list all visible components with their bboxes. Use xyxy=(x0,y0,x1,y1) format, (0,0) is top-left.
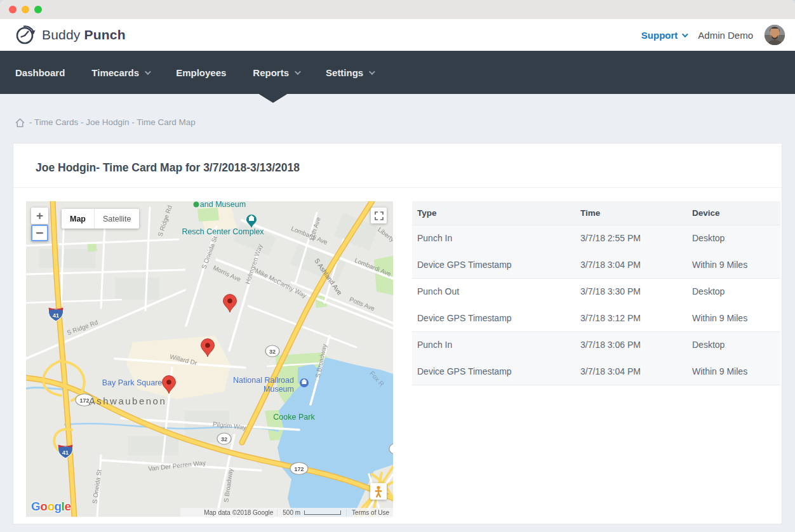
map-zoom-in-button[interactable]: + xyxy=(31,208,48,224)
cell-time: 3/7/18 3:12 PM xyxy=(575,305,687,331)
table-row: Device GPS Timestamp 3/7/18 3:04 PM With… xyxy=(412,251,780,278)
close-window-button[interactable] xyxy=(9,6,17,13)
svg-text:41: 41 xyxy=(62,449,69,456)
map-label: Cooke Park xyxy=(273,413,315,422)
breadcrumb-text: - Time Cards - Joe Hodgin - Time Card Ma… xyxy=(29,117,196,128)
map-fullscreen-button[interactable] xyxy=(371,208,387,223)
table-row: Punch In 3/7/18 2:55 PM Desktop xyxy=(412,225,780,251)
fullscreen-icon xyxy=(375,211,384,220)
map-data-attribution: Map data ©2018 Google xyxy=(200,509,277,516)
terms-of-use-link[interactable]: Terms of Use xyxy=(346,509,393,516)
cell-time: 3/7/18 3:04 PM xyxy=(575,358,687,385)
museum-poi-icon[interactable] xyxy=(300,378,309,387)
punch-table: Type Time Device Punch In 3/7/18 2:55 PM… xyxy=(412,201,780,385)
chevron-down-icon xyxy=(369,69,375,75)
column-header-type: Type xyxy=(412,201,575,225)
table-row: Device GPS Timestamp 3/7/18 3:12 PM With… xyxy=(412,305,780,331)
cell-type: Punch Out xyxy=(412,278,575,305)
route-32-shield: 32 xyxy=(217,433,231,444)
map-type-map-button[interactable]: Map xyxy=(62,209,94,229)
nav-label: Dashboard xyxy=(15,67,65,78)
google-logo[interactable]: Google xyxy=(31,500,70,514)
svg-text:172: 172 xyxy=(79,397,89,404)
cell-type: Device GPS Timestamp xyxy=(412,251,575,278)
map-label: Bay Park Square xyxy=(102,378,163,387)
cell-device: Desktop xyxy=(687,331,780,358)
page-content: - Time Cards - Joe Hodgin - Time Card Ma… xyxy=(0,94,795,532)
pegman-icon xyxy=(374,486,383,498)
minus-icon: − xyxy=(36,225,43,241)
user-name: Admin Demo xyxy=(698,30,753,41)
table-row: Punch In 3/7/18 3:06 PM Desktop xyxy=(412,331,780,358)
avatar[interactable] xyxy=(765,25,785,45)
map-zoom-out-button[interactable]: − xyxy=(31,225,48,241)
app-window: Buddy Punch Support Admin Demo Dashb xyxy=(0,0,795,532)
chevron-down-icon xyxy=(295,69,301,75)
map-type-satellite-button[interactable]: Satellite xyxy=(94,209,139,229)
nav-label: Settings xyxy=(326,67,363,78)
cell-device: Desktop xyxy=(687,225,780,251)
cell-type: Punch In xyxy=(412,331,575,358)
brand-name-first: Buddy xyxy=(42,27,81,42)
punch-table-header: Type Time Device xyxy=(412,201,780,225)
map-label: and Museum xyxy=(200,201,246,209)
cell-device: Within 9 Miles xyxy=(687,358,780,385)
zoom-window-button[interactable] xyxy=(34,6,42,13)
brand-name-second: Punch xyxy=(84,27,126,42)
nav-label: Timecards xyxy=(91,67,139,78)
map-label: Ashwaubenon xyxy=(89,396,167,406)
map-type-map-label: Map xyxy=(70,215,86,223)
avatar-photo xyxy=(765,25,785,45)
minimize-window-button[interactable] xyxy=(22,6,29,13)
brand-name: Buddy Punch xyxy=(42,27,126,43)
cell-type: Device GPS Timestamp xyxy=(412,358,575,385)
chevron-down-icon xyxy=(682,31,688,37)
nav-item-settings[interactable]: Settings xyxy=(326,67,373,78)
report-body: 41 41 172 xyxy=(13,188,782,526)
cell-device: Within 9 Miles xyxy=(687,251,780,278)
chevron-down-icon xyxy=(145,69,151,75)
support-label: Support xyxy=(641,30,678,41)
cell-time: 3/7/18 3:06 PM xyxy=(575,331,687,358)
nav-item-employees[interactable]: Employees xyxy=(176,67,226,78)
cell-type: Punch In xyxy=(412,225,575,251)
cell-time: 3/7/18 2:55 PM xyxy=(575,225,687,251)
svg-text:32: 32 xyxy=(269,349,276,355)
brand-logo[interactable]: Buddy Punch xyxy=(14,23,126,46)
route-172-shield: 172 xyxy=(290,463,308,475)
map-type-control: Map Satellite xyxy=(62,209,139,229)
clock-logo-icon xyxy=(14,23,37,46)
table-row: Device GPS Timestamp 3/7/18 3:04 PM With… xyxy=(412,358,780,385)
window-titlebar xyxy=(0,0,795,19)
map-scale-bar xyxy=(304,510,341,515)
main-navbar: Dashboard Timecards Employees Reports Se… xyxy=(0,51,795,94)
map-canvas: 41 41 172 xyxy=(26,201,393,517)
nav-label: Reports xyxy=(253,67,289,78)
page-title: Joe Hodgin- Time Card Map for 3/7/2018-3… xyxy=(13,143,782,188)
google-map[interactable]: 41 41 172 xyxy=(26,201,393,517)
cell-type: Device GPS Timestamp xyxy=(412,305,575,331)
map-label: Museum xyxy=(264,385,294,394)
map-scale-control[interactable]: 500 m xyxy=(277,509,346,516)
cell-time: 3/7/18 3:30 PM xyxy=(575,278,687,305)
nav-item-dashboard[interactable]: Dashboard xyxy=(15,67,65,78)
app-header: Buddy Punch Support Admin Demo xyxy=(0,19,795,51)
active-menu-notch xyxy=(258,93,288,103)
nav-item-timecards[interactable]: Timecards xyxy=(91,67,149,78)
nav-item-reports[interactable]: Reports xyxy=(253,67,299,78)
map-pegman-button[interactable] xyxy=(370,483,387,500)
column-header-time: Time xyxy=(575,201,687,225)
svg-text:32: 32 xyxy=(221,436,227,442)
map-label: Resch Center Complex xyxy=(182,227,264,236)
support-menu[interactable]: Support xyxy=(641,30,687,41)
table-row: Punch Out 3/7/18 3:30 PM Desktop xyxy=(412,278,780,305)
home-icon[interactable] xyxy=(15,118,25,128)
map-scale-label: 500 m xyxy=(283,509,300,516)
cell-device: Within 9 Miles xyxy=(687,305,780,331)
park-poi-icon[interactable] xyxy=(194,202,199,208)
breadcrumb: - Time Cards - Joe Hodgin - Time Card Ma… xyxy=(0,94,795,128)
report-card: Joe Hodgin- Time Card Map for 3/7/2018-3… xyxy=(13,143,782,524)
column-header-device: Device xyxy=(687,201,780,225)
map-type-satellite-label: Satellite xyxy=(103,215,131,223)
svg-text:41: 41 xyxy=(53,312,59,319)
